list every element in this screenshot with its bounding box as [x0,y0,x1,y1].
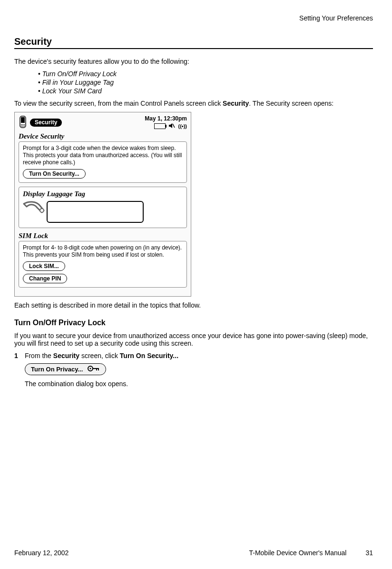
device-security-heading: Device Security [19,132,187,140]
mute-icon [168,123,175,130]
turn-on-security-button[interactable]: Turn On Security... [23,169,86,179]
intro-text: The device's security features allow you… [14,58,373,65]
luggage-panel: Display Luggage Tag [19,187,187,228]
svg-line-8 [173,124,175,128]
svg-point-3 [22,124,23,125]
svg-rect-14 [98,368,99,370]
bullet-privacy-lock: Turn On/Off Privacy Lock [38,70,373,78]
status-time: May 1, 12:30pm [145,115,187,122]
luggage-tag-field[interactable] [47,201,144,223]
turn-on-privacy-label: Turn On Privacy... [31,366,83,373]
svg-rect-13 [96,368,97,370]
change-pin-button[interactable]: Change PIN [23,274,67,283]
svg-point-9 [40,209,44,212]
step-1-mid: screen, click [79,352,120,359]
footer-manual: T-Mobile Device Owner's Manual [249,549,346,557]
svg-rect-1 [21,117,25,123]
view-instruction: To view the security screen, from the ma… [14,100,373,107]
signal-icon: ((•)) [178,123,187,129]
svg-point-5 [21,126,22,127]
view-instr-bold: Security [223,100,249,107]
sim-lock-heading: SIM Lock [19,232,187,240]
footer-date: February 12, 2002 [14,549,69,557]
turn-on-privacy-inline-button[interactable]: Turn On Privacy... [25,363,106,375]
device-security-panel: Prompt for a 3-digit code when the devic… [19,141,187,183]
sim-lock-desc: Prompt for 4- to 8-digit code when power… [23,244,183,259]
step-1-bold1: Security [53,352,79,359]
battery-icon [154,123,166,129]
section-heading-security: Security [14,36,373,49]
phone-icon [19,116,27,129]
step-1-followup: The combination dialog box opens. [25,380,373,388]
svg-point-2 [21,124,22,125]
view-instr-pre: To view the security screen, from the ma… [14,100,223,107]
step-1-bold2: Turn On Security... [120,352,178,359]
luggage-strap-icon [23,200,45,224]
svg-point-4 [24,124,25,125]
running-head: Setting Your Preferences [14,14,373,22]
svg-point-11 [90,368,91,369]
sim-lock-panel: Prompt for 4- to 8-digit code when power… [19,241,187,288]
view-instr-post: . The Security screen opens: [249,100,333,107]
subheading-privacy-lock: Turn On/Off Privacy Lock [14,319,373,327]
step-1: 1 From the Security screen, click Turn O… [14,352,373,388]
step-1-pre: From the [25,352,53,359]
page-footer: February 12, 2002 T-Mobile Device Owner'… [14,549,373,557]
luggage-heading: Display Luggage Tag [23,190,183,198]
screen-title-pill: Security [30,119,62,127]
privacy-lock-intro: If you want to secure your device from u… [14,332,373,347]
key-icon [88,365,100,373]
bullet-lock-sim: Lock Your SIM Card [38,87,373,95]
security-screenshot: Security May 1, 12:30pm ((•)) Device Sec… [14,112,191,297]
step-1-number: 1 [14,352,23,359]
svg-rect-12 [92,368,99,369]
svg-point-6 [22,126,23,127]
bullet-luggage-tag: Fill in Your Luggage Tag [38,79,373,86]
lock-sim-button[interactable]: Lock SIM... [23,261,65,271]
after-shot-text: Each setting is described in more detail… [14,301,373,309]
footer-page-number: 31 [365,549,373,557]
device-security-desc: Prompt for a 3-digit code when the devic… [23,145,183,166]
feature-bullets: Turn On/Off Privacy Lock Fill in Your Lu… [19,70,373,95]
svg-point-7 [24,126,25,127]
